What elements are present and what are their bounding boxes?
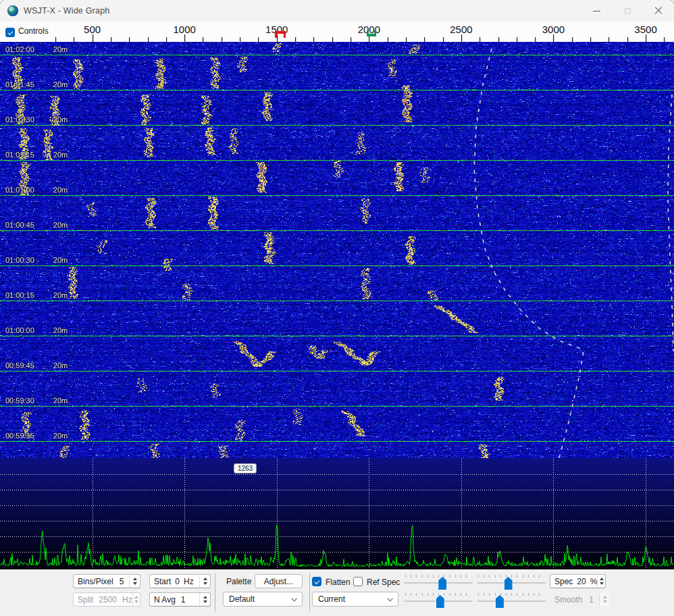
spin-arrows[interactable] — [199, 575, 210, 588]
band-label: 20m — [53, 80, 68, 88]
check-icon — [315, 579, 320, 584]
waterfall-time-label: 01:00:3020m — [5, 256, 68, 264]
zero-slider-1[interactable] — [477, 575, 546, 590]
ref-spec-checkbox[interactable] — [353, 577, 363, 586]
minimize-icon — [593, 11, 600, 11]
flatten-checkbox[interactable] — [312, 577, 321, 586]
band-label: 20m — [53, 291, 68, 299]
band-label: 20m — [53, 361, 68, 369]
waterfall-time-label: 01:00:1520m — [5, 291, 68, 299]
slider-ticks — [478, 593, 544, 596]
bins-label: Bins/Pixel — [78, 577, 113, 586]
down-arrow-icon — [134, 600, 138, 603]
waterfall-time-label: 01:00:4520m — [5, 221, 68, 229]
waterfall-time-label: 01:01:1520m — [5, 151, 68, 159]
minimize-button[interactable] — [581, 0, 612, 22]
spectrum-plot[interactable]: 1263 — [0, 458, 674, 569]
waterfall-time-label: 01:01:0020m — [5, 186, 68, 194]
palette-label: Palette — [226, 577, 251, 586]
bins-per-pixel-spinbox[interactable]: Bins/Pixel5 — [73, 574, 140, 588]
start-label: Start — [154, 577, 171, 586]
spin-arrows[interactable] — [597, 575, 605, 588]
spectrum-canvas[interactable] — [0, 458, 674, 569]
smooth-value: 1 — [589, 595, 594, 605]
gain-slider-2[interactable] — [404, 593, 473, 608]
slider-handle[interactable] — [496, 595, 504, 608]
slider-ticks — [405, 575, 471, 578]
waterfall-time-label: 00:59:4520m — [5, 361, 68, 369]
slider-ticks — [478, 575, 544, 578]
split-hz-spinbox: Split2500Hz — [73, 592, 140, 607]
up-arrow-icon — [134, 596, 138, 598]
start-hz-spinbox[interactable]: Start0Hz — [149, 574, 211, 588]
zero-slider-2[interactable] — [477, 593, 546, 608]
waterfall-time-label: 01:01:4520m — [5, 80, 68, 88]
palette-combobox[interactable]: Default — [223, 592, 303, 607]
up-arrow-icon[interactable] — [600, 578, 604, 580]
band-label: 20m — [53, 396, 68, 405]
spec-label: Spec — [554, 577, 573, 586]
down-arrow-icon[interactable] — [203, 600, 207, 603]
close-icon — [654, 7, 663, 15]
slider-track[interactable] — [404, 582, 473, 584]
scale-ticks — [0, 34, 674, 42]
chevron-down-icon — [291, 596, 296, 601]
flatten-label: Flatten — [326, 578, 351, 587]
spec-value: 20 — [577, 577, 586, 586]
down-arrow-icon — [603, 600, 607, 603]
maximize-button — [612, 0, 643, 22]
waterfall-time-label: 01:00:0020m — [5, 326, 68, 334]
n-avg-spinbox[interactable]: N Avg1 — [149, 592, 211, 607]
tx-frequency-marker[interactable] — [275, 31, 286, 38]
wide-graph-window: WSJT-X - Wide Graph Controls 50010001500… — [0, 0, 674, 616]
band-label: 20m — [53, 326, 68, 334]
close-button[interactable] — [643, 0, 674, 22]
up-arrow-icon[interactable] — [203, 596, 207, 598]
down-arrow-icon[interactable] — [133, 582, 137, 585]
start-unit: Hz — [184, 577, 194, 586]
navg-label: N Avg — [154, 595, 176, 605]
slider-handle[interactable] — [436, 595, 444, 608]
waterfall-time-label: 01:01:3020m — [5, 116, 68, 124]
waterfall-display[interactable]: 01:02:0020m01:01:4520m01:01:3020m01:01:1… — [0, 42, 674, 458]
slider-handle[interactable] — [504, 577, 513, 590]
down-arrow-icon[interactable] — [203, 582, 207, 585]
waterfall-time-label: 01:02:0020m — [5, 45, 68, 53]
band-label: 20m — [53, 45, 68, 53]
up-arrow-icon — [603, 596, 607, 598]
spec-percent-spinbox[interactable]: Spec20% — [550, 574, 606, 588]
band-label: 20m — [53, 432, 68, 440]
adjust-button[interactable]: Adjust... — [255, 574, 303, 588]
waterfall-time-label: 00:59:1520m — [5, 432, 68, 440]
rx-frequency-marker[interactable] — [367, 30, 376, 36]
start-value: 0 — [175, 577, 180, 586]
slider-ticks — [405, 593, 471, 596]
title-bar[interactable]: WSJT-X - Wide Graph — [0, 0, 674, 22]
gain-slider-1[interactable] — [404, 575, 473, 590]
split-label: Split — [78, 595, 93, 605]
chevron-down-icon — [387, 596, 392, 601]
spin-arrows — [599, 593, 610, 606]
slider-track[interactable] — [477, 600, 546, 602]
up-arrow-icon[interactable] — [203, 578, 207, 580]
band-label: 20m — [53, 186, 68, 194]
spin-arrows[interactable] — [199, 593, 210, 606]
waterfall-time-label: 00:59:3020m — [5, 396, 68, 405]
bins-value: 5 — [120, 577, 124, 586]
window-title: WSJT-X - Wide Graph — [24, 6, 109, 16]
waterfall-canvas[interactable] — [0, 42, 674, 458]
down-arrow-icon[interactable] — [600, 582, 604, 585]
band-label: 20m — [53, 151, 68, 159]
frequency-scale-bar: Controls 500100015002000250030003500 — [0, 22, 674, 42]
up-arrow-icon[interactable] — [133, 578, 137, 580]
band-label: 20m — [53, 256, 68, 264]
palette-selected-value: Default — [229, 594, 255, 604]
separator — [215, 573, 215, 611]
spec-unit: % — [590, 577, 598, 586]
frequency-tooltip: 1263 — [234, 463, 257, 473]
spectrum-type-combobox[interactable]: Current — [312, 592, 398, 607]
slider-handle[interactable] — [438, 577, 446, 590]
spin-arrows[interactable] — [129, 575, 140, 588]
band-label: 20m — [53, 221, 68, 229]
spectrum-type-selected-value: Current — [318, 594, 345, 604]
